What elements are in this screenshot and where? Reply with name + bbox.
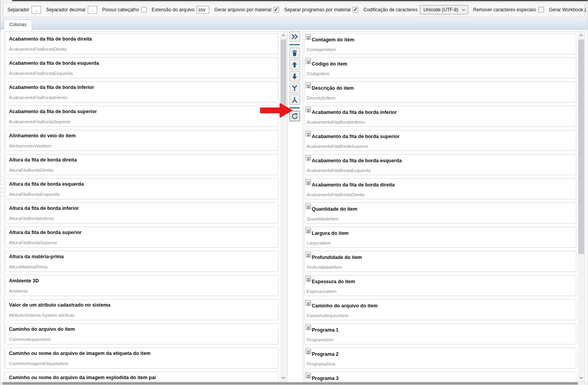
double-chevron-down-checkbox-icon[interactable] — [306, 349, 311, 354]
column-code: CaminhoImagemEtiquetaItem — [9, 361, 68, 366]
move-down-button[interactable] — [290, 71, 300, 82]
column-code: CaminhoArquivoItem — [307, 313, 348, 318]
column-code: AlturaMatériaPrima — [9, 264, 47, 269]
delete-button[interactable] — [290, 48, 300, 58]
available-column-item[interactable]: Acabamento da fita de borda esquerda Aca… — [5, 57, 279, 78]
selected-column-item[interactable]: Contagem do item ContagemItem — [304, 33, 576, 54]
splitter-grip[interactable] — [1, 176, 3, 197]
available-column-item[interactable]: Altura da fita de borda esquerda AlturaF… — [5, 178, 279, 199]
selected-column-item[interactable]: Descrição do item DescriçãoItem — [304, 82, 576, 103]
column-code: AlturaFitaBordaDireita — [9, 168, 53, 172]
selected-column-item[interactable]: Acabamento da fita de borda inferior Aca… — [304, 106, 576, 127]
has-header-label: Possui cabeçalho — [102, 7, 139, 12]
move-up-button[interactable] — [290, 59, 300, 70]
split-programs-checkbox[interactable] — [353, 7, 358, 12]
double-chevron-down-checkbox-icon[interactable] — [306, 276, 311, 282]
selected-columns-scrollbar[interactable] — [578, 32, 584, 381]
available-column-item[interactable]: Ambiente 3D Ambiente — [5, 275, 279, 296]
column-title: Código do item — [312, 61, 347, 67]
refresh-button[interactable] — [290, 111, 300, 121]
has-header-checkbox[interactable] — [141, 7, 147, 12]
encoding-dropdown[interactable]: Unicode (UTF-8) — [420, 5, 468, 14]
move-all-button[interactable] — [290, 31, 300, 42]
selected-column-item[interactable]: Acabamento da fita de borda superior Aca… — [304, 130, 576, 151]
column-title: Altura da fita de borda direita — [9, 157, 77, 163]
file-extension-input[interactable] — [197, 6, 209, 14]
scroll-down-icon[interactable] — [578, 374, 584, 381]
selected-column-item[interactable]: Espessura do item EspessuraItem — [304, 275, 576, 296]
double-chevron-down-checkbox-icon[interactable] — [306, 373, 311, 378]
column-title: Acabamento da fita de borda esquerda — [9, 60, 99, 66]
column-code: EspessuraItem — [307, 289, 337, 294]
column-title: Acabamento da fita de borda inferior — [312, 110, 397, 115]
available-columns-scrollbar[interactable] — [280, 32, 287, 381]
double-chevron-down-checkbox-icon[interactable] — [306, 59, 311, 64]
scroll-up-icon[interactable] — [280, 32, 287, 39]
scrollbar-thumb[interactable] — [281, 39, 286, 106]
available-columns-list: Acabamento da fita de borda direita Acab… — [5, 33, 279, 381]
available-column-item[interactable]: Acabamento da fita de borda inferior Aca… — [5, 82, 279, 103]
selected-column-item[interactable]: Caminho do arquivo do item CaminhoArquiv… — [304, 299, 576, 320]
scrollbar-thumb[interactable] — [2, 382, 578, 385]
available-column-item[interactable]: Caminho do arquivo do item CaminhoArquiv… — [5, 323, 279, 344]
scroll-down-icon[interactable] — [280, 374, 287, 381]
available-column-item[interactable]: Valor de um atributo cadastrado no siste… — [5, 299, 279, 320]
selected-column-item[interactable]: Acabamento da fita de borda esquerda Aca… — [304, 154, 576, 175]
column-title: Largura do item — [312, 231, 348, 236]
double-chevron-down-checkbox-icon[interactable] — [306, 107, 311, 112]
double-chevron-down-checkbox-icon[interactable] — [306, 83, 311, 88]
column-title: Espessura do item — [312, 279, 355, 284]
decimal-separator-input[interactable] — [88, 6, 97, 14]
horizontal-scrollbar[interactable] — [0, 382, 588, 385]
transfer-toolbar — [289, 31, 300, 122]
double-chevron-down-checkbox-icon[interactable] — [306, 325, 311, 330]
selected-column-item[interactable]: Programa 2 ProgramaDois — [304, 348, 576, 369]
double-chevron-down-checkbox-icon[interactable] — [306, 155, 311, 161]
file-extension-group: Extensão do arquivo — [152, 6, 209, 14]
files-per-material-checkbox[interactable] — [274, 7, 279, 12]
available-column-item[interactable]: Altura da matéria-prima AlturaMatériaPri… — [5, 251, 279, 272]
available-column-item[interactable]: Caminho ou nome do arquivo da imagem exp… — [5, 372, 279, 381]
selected-column-item[interactable]: Programa 1 ProgramaUm — [304, 323, 576, 344]
selected-column-item[interactable]: Quantidade do item QuantidadeItem — [304, 202, 576, 224]
double-chevron-down-checkbox-icon[interactable] — [306, 228, 311, 233]
column-code: CódigoItem — [307, 71, 330, 76]
separator-input[interactable] — [32, 6, 41, 14]
scrollbar-thumb[interactable] — [578, 39, 584, 254]
double-chevron-down-checkbox-icon[interactable] — [306, 252, 311, 257]
selected-column-item[interactable]: Acabamento da fita de borda direita Acab… — [304, 178, 576, 199]
column-code: AcabamentoFitaBordaInferior — [307, 120, 365, 124]
double-chevron-down-checkbox-icon[interactable] — [306, 34, 311, 40]
double-chevron-down-checkbox-icon[interactable] — [306, 204, 311, 209]
merge-button[interactable] — [290, 83, 300, 93]
split-button[interactable] — [290, 94, 300, 105]
double-chevron-down-checkbox-icon[interactable] — [306, 179, 311, 185]
arrow-down-icon — [291, 73, 298, 80]
column-title: Caminho ou nome do arquivo de imagem da … — [9, 351, 151, 356]
available-column-item[interactable]: Acabamento da fita de borda direita Acab… — [5, 33, 279, 54]
column-code: ProfundidadeItem — [307, 265, 342, 270]
available-column-item[interactable]: Acabamento da fita de borda superior Aca… — [5, 106, 279, 127]
available-column-item[interactable]: Alinhamento do veio do item AlinhamentoV… — [5, 130, 279, 151]
selected-column-item[interactable]: Profundidade do item ProfundidadeItem — [304, 251, 576, 272]
column-code: AlturaFitaBordaSuperior — [9, 240, 57, 245]
circular-arrow-icon — [291, 112, 298, 120]
tab-colunas[interactable]: Colunas — [4, 20, 32, 30]
available-column-item[interactable]: Altura da fita de borda inferior AlturaF… — [5, 202, 279, 224]
selected-column-item[interactable]: Código do item CódigoItem — [304, 57, 576, 78]
available-column-item[interactable]: Altura da fita de borda superior AlturaF… — [5, 227, 279, 248]
column-title: Alinhamento do veio do item — [9, 133, 76, 138]
available-column-item[interactable]: Altura da fita de borda direita AlturaFi… — [5, 154, 279, 175]
selected-column-item[interactable]: Largura do item LarguraItem — [304, 227, 576, 248]
selected-column-item[interactable]: Programa 3 — [304, 372, 576, 381]
scroll-up-icon[interactable] — [578, 32, 584, 39]
remove-special-checkbox[interactable] — [538, 7, 544, 12]
double-chevron-down-checkbox-icon[interactable] — [306, 131, 311, 137]
double-chevron-right-icon — [291, 33, 298, 41]
column-code: AcabamentoFitaBordaSuperior — [307, 144, 368, 149]
column-title: Acabamento da fita de borda inferior — [9, 85, 94, 90]
double-chevron-down-checkbox-icon[interactable] — [306, 300, 311, 306]
split-y-icon — [291, 96, 298, 104]
available-column-item[interactable]: Caminho ou nome do arquivo de imagem da … — [5, 348, 279, 369]
workbook-label: Gerar Workbook (.xlsx) — [549, 7, 588, 12]
